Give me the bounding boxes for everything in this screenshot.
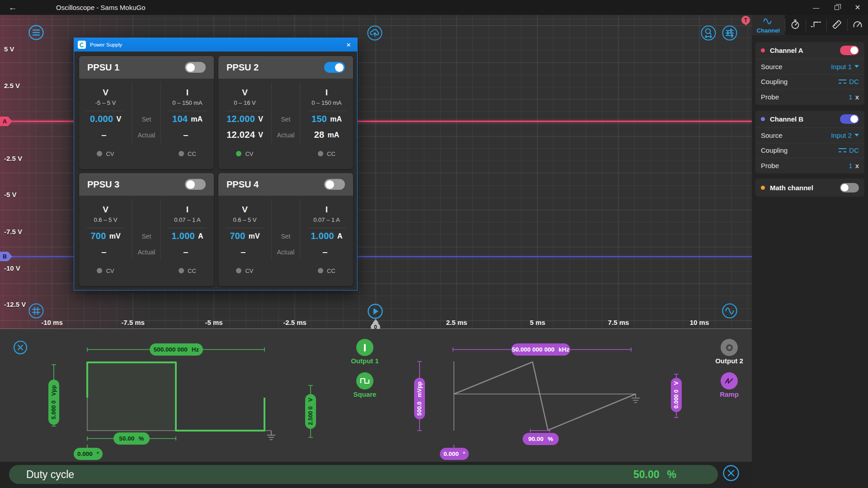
play-button[interactable] [367,303,384,320]
y-axis-label: -12.5 V [4,300,26,308]
display-settings-icon[interactable] [721,24,738,42]
x-axis-label: -10 ms [41,319,63,326]
ppsu1-current-range: 0 – 150 mA [172,99,203,106]
output1-frequency-pill[interactable]: 500.000 000Hz [150,343,203,356]
ppsu1-set-current[interactable]: 104mA [161,111,214,127]
output2-frequency-pill[interactable]: 50.000 000 000kHz [511,343,570,356]
duty-cycle-unit: % [667,469,676,481]
ppsu1-cc-indicator: CC [161,143,214,164]
ppsu1-name: PPSU 1 [87,62,119,73]
upload-icon[interactable] [366,24,383,42]
ppsu4-voltage-range: 0.6 – 5 V [233,216,256,223]
ppsu4-panel: PPSU 4 V0.6 – 5 V I0.07 – 1 A 700mV Set … [218,173,353,286]
channel-b-coupling-value: DC [849,146,859,154]
ruler-icon [831,19,843,32]
channel-b-marker[interactable]: B [0,252,12,261]
maximize-button[interactable] [826,0,847,15]
channel-a-card: Channel A Source Input 1 Coupling DC Pro… [755,42,864,105]
ppsu3-set-voltage[interactable]: 700mV [79,228,132,244]
gauge-icon [852,19,863,32]
duty-cycle-value: 50.00 [633,469,660,481]
minimize-button[interactable]: — [806,0,826,15]
ppsu1-cv-indicator: CV [79,143,132,164]
ppsu1-actual-current: – [161,127,214,143]
output1-waveshape-label: Square [354,390,377,398]
output1-power-button[interactable] [356,339,373,356]
ppsu4-cv-indicator: CV [218,260,271,282]
channel-b-coupling-row[interactable]: Coupling DC [755,143,864,159]
channel-a-color-dot [761,48,765,52]
output2-symmetry-pill[interactable]: 90.00% [523,433,559,445]
back-button[interactable]: ← [0,3,25,13]
x-axis-label: 7.5 ms [608,319,629,326]
tab-channel-label: Channel [757,27,780,34]
stopwatch-icon [789,19,801,32]
channel-b-card: Channel B Source Input 2 Coupling DC Pro… [755,111,864,174]
channel-b-source-row[interactable]: Source Input 2 [755,128,864,143]
tab-gauge[interactable] [847,15,868,35]
ppsu4-set-voltage[interactable]: 700mV [218,228,271,244]
ppsu1-toggle[interactable] [185,62,206,73]
tab-channel[interactable]: Channel [752,15,785,35]
output2-offset-pill[interactable]: 0.000 0V [671,378,682,412]
ppsu4-cc-indicator: CC [300,260,353,282]
ppsu2-voltage-range: 0 – 16 V [234,99,255,106]
tab-trigger[interactable] [806,15,826,35]
output2-amplitude-pill[interactable]: 500.0mVpp [414,378,425,419]
power-supply-close-button[interactable]: ✕ [344,42,354,48]
ppsu3-current-range: 0.07 – 1 A [174,216,201,223]
channel-a-coupling-row[interactable]: Coupling DC [755,75,864,90]
ppsu1-set-voltage[interactable]: 0.000V [79,111,132,127]
ppsu2-set-voltage[interactable]: 12.000V [218,111,271,127]
math-channel-label: Math channel [770,184,813,192]
grid-settings-icon[interactable] [28,302,45,319]
x-axis-label: -5 ms [205,319,222,326]
channel-b-color-dot [761,117,765,121]
duty-cycle-control[interactable]: Duty cycle 50.00% [9,465,718,484]
math-channel-card: Math channel [755,178,864,197]
ppsu3-actual-voltage: – [79,244,132,260]
ppsu4-name: PPSU 4 [226,179,259,190]
output1-waveshape-button[interactable] [356,372,373,389]
control-bar-close-button[interactable] [722,464,740,482]
ppsu4-toggle[interactable] [324,179,345,190]
output1-phase-pill[interactable]: 0.000° [74,448,103,460]
x-axis-label: 5 ms [530,319,545,326]
output2-phase-pill[interactable]: 0.000° [440,448,469,460]
tab-measurements[interactable] [826,15,847,35]
menu-icon[interactable] [28,24,45,41]
trigger-level-marker[interactable]: T [741,16,750,24]
output1-duty-pill[interactable]: 50.00% [113,432,150,445]
channel-a-probe-row[interactable]: Probe 1x [755,89,864,105]
math-channel-toggle[interactable] [840,183,859,192]
output2-power-button[interactable] [721,339,738,356]
channel-b-toggle[interactable] [840,114,859,124]
ppsu2-cc-indicator: CC [300,143,353,164]
close-window-button[interactable]: ✕ [847,0,868,15]
power-supply-dialog-titlebar[interactable]: Power Supply ✕ [74,38,357,52]
channel-a-toggle[interactable] [840,46,859,55]
waveform-icon[interactable] [721,302,738,319]
zoom-icon[interactable] [700,24,717,42]
ppsu1-voltage-range: -5 – 5 V [95,99,116,106]
output1-offset-pill[interactable]: 2.500 0V [305,394,316,429]
channel-a-marker[interactable]: A [0,117,12,126]
channel-a-source-row[interactable]: Source Input 1 [755,59,864,75]
ppsu3-voltage-range: 0.6 – 5 V [94,216,117,223]
sidebar-tabbar: Channel [752,15,868,35]
ppsu4-set-current[interactable]: 1.000A [300,228,353,244]
ppsu2-toggle[interactable] [324,62,345,73]
ppsu3-toggle[interactable] [185,179,206,190]
tab-timebase[interactable] [785,15,806,35]
ppsu2-set-current[interactable]: 150mA [300,111,353,127]
ppsu3-name: PPSU 3 [87,179,119,190]
x-axis-label: -7.5 ms [121,319,145,326]
output1-amplitude-pill[interactable]: 5.000 0Vpp [48,380,59,425]
power-off-icon [726,344,733,351]
ramp-wave-icon [724,377,734,385]
y-axis-label: -7.5 V [4,228,22,235]
output2-waveshape-button[interactable] [721,372,738,389]
ppsu2-name: PPSU 2 [226,62,259,73]
ppsu3-set-current[interactable]: 1.000A [161,228,214,244]
channel-b-probe-row[interactable]: Probe 1x [755,158,864,174]
